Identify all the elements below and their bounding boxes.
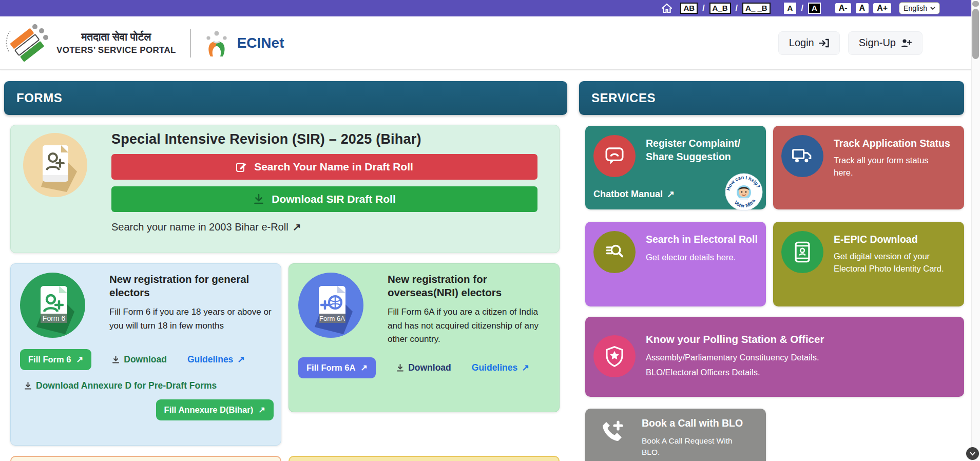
- download-icon: [112, 356, 120, 364]
- separator: /: [801, 4, 803, 13]
- fill-annexure-d-label: Fill Annexure D(Bihar): [164, 405, 254, 415]
- next-card-peek: [10, 456, 281, 461]
- portal-title-hindi: मतदाता सेवा पोर्टल: [56, 31, 176, 43]
- next-card-peek: [289, 456, 560, 461]
- chatbot-manual-link[interactable]: Chatbot Manual ↗: [593, 188, 675, 200]
- login-button[interactable]: Login: [778, 31, 840, 55]
- scrollbar-track[interactable]: [971, 0, 980, 461]
- search-roll-title: Search in Electoral Roll: [646, 233, 758, 246]
- fill-form6-button[interactable]: Fill Form 6 ↗: [20, 349, 91, 370]
- fill-form6a-label: Fill Form 6A: [306, 363, 355, 373]
- font-normal-button[interactable]: A: [856, 3, 869, 13]
- external-link-icon: ↗: [667, 188, 675, 200]
- form6a-title: New registration for overseas(NRI) elect…: [388, 273, 550, 299]
- user-plus-icon: [900, 39, 912, 48]
- form6a-guidelines-link[interactable]: Guidelines ↗: [472, 362, 529, 373]
- font-decrease-button[interactable]: A-: [835, 3, 851, 13]
- phone-plus-icon: [599, 419, 625, 446]
- chevron-down-icon: [930, 7, 935, 10]
- portal-title-english: VOTERS’ SERVICE PORTAL: [56, 45, 176, 55]
- login-icon: [819, 39, 829, 48]
- scroll-down-button[interactable]: [966, 447, 979, 460]
- eepic-description: Get digital version of your Electoral Ph…: [834, 251, 954, 275]
- search-draft-roll-label: Search Your Name in Draft Roll: [254, 161, 413, 173]
- register-complaint-title: Register Complaint/ Share Suggestion: [646, 137, 751, 163]
- form6a-description: Fill Form 6A if you are a citizen of Ind…: [388, 305, 550, 346]
- language-value: English: [904, 4, 927, 12]
- scrollbar-up-nub[interactable]: [972, 1, 979, 7]
- polling-station-card[interactable]: Know your Polling Station & Officer Asse…: [585, 317, 964, 397]
- eci-logo[interactable]: [5, 21, 50, 66]
- sir-card: Special Intensive Revision (SIR) – 2025 …: [10, 125, 560, 253]
- accessibility-bar: AB / A_B / A_ _B A / A A- A A+ English: [0, 0, 980, 16]
- services-section-title: SERVICES: [591, 91, 656, 105]
- voter-mitra-chatbot-button[interactable]: How can I help? Voter Mitra: [725, 173, 763, 211]
- language-select[interactable]: English: [899, 2, 940, 14]
- font-increase-button[interactable]: A+: [873, 3, 891, 13]
- download-icon: [396, 364, 404, 372]
- download-icon: [24, 382, 32, 390]
- fill-form6a-button[interactable]: Fill Form 6A ↗: [298, 357, 376, 378]
- chatbot-manual-label: Chatbot Manual: [593, 189, 663, 200]
- external-link-icon: ↗: [522, 362, 529, 373]
- search-roll-description: Get elector details here.: [646, 252, 759, 264]
- fill-form6-label: Fill Form 6: [28, 355, 71, 364]
- contrast-dark-button[interactable]: A: [808, 3, 821, 14]
- download-sir-draft-roll-label: Download SIR Draft Roll: [272, 193, 396, 205]
- register-complaint-card[interactable]: Register Complaint/ Share Suggestion Cha…: [585, 126, 766, 209]
- eroll-2003-link[interactable]: Search your name in 2003 Bihar e-Roll ↗: [111, 221, 301, 233]
- form6a-guidelines-label: Guidelines: [472, 362, 517, 373]
- eroll-2003-label: Search your name in 2003 Bihar e-Roll: [111, 221, 289, 233]
- contrast-normal-button[interactable]: A: [784, 3, 797, 14]
- services-section-header: SERVICES: [579, 81, 964, 115]
- search-icon: [593, 231, 636, 273]
- sir-title: Special Intensive Revision (SIR) – 2025 …: [111, 131, 537, 147]
- external-link-icon: ↗: [237, 354, 245, 365]
- scrollbar-thumb[interactable]: [972, 9, 979, 59]
- form6-download-link[interactable]: Download: [112, 354, 167, 365]
- form6a-download-link[interactable]: Download: [396, 362, 451, 373]
- book-call-blo-card[interactable]: Book a Call with BLO Book A Call Request…: [585, 409, 766, 461]
- separator: /: [702, 4, 704, 13]
- annexure-d-download-link[interactable]: Download Annexure D for Pre-Draft Forms: [24, 380, 281, 391]
- form6-card: Form 6 New registration for general elec…: [10, 263, 281, 446]
- annexure-d-download-label: Download Annexure D for Pre-Draft Forms: [36, 380, 217, 391]
- separator: /: [736, 4, 738, 13]
- polling-line1: Assembly/Parliamentary Constituency Deta…: [646, 352, 933, 364]
- form6-badge: Form 6: [43, 314, 66, 322]
- letter-spacing-wide[interactable]: A_ _B: [742, 3, 771, 14]
- ecinet-logo[interactable]: [203, 29, 230, 57]
- search-electoral-roll-card[interactable]: Search in Electoral Roll Get elector det…: [585, 222, 766, 306]
- eepic-download-card[interactable]: E-EPIC Download Get digital version of y…: [773, 222, 964, 306]
- track-title: Track Application Status: [834, 137, 950, 150]
- blo-title: Book a Call with BLO: [642, 417, 743, 430]
- polling-title: Know your Polling Station & Officer: [646, 332, 824, 346]
- form6-guidelines-label: Guidelines: [187, 354, 233, 365]
- external-link-icon: ↗: [258, 405, 265, 415]
- shield-star-icon: [593, 335, 636, 377]
- eepic-title: E-EPIC Download: [834, 233, 918, 246]
- form6-guidelines-link[interactable]: Guidelines ↗: [187, 354, 245, 365]
- portal-title: मतदाता सेवा पोर्टल VOTERS’ SERVICE PORTA…: [56, 31, 176, 55]
- form6a-download-label: Download: [408, 362, 451, 373]
- fill-annexure-d-button[interactable]: Fill Annexure D(Bihar) ↗: [156, 399, 274, 420]
- header: मतदाता सेवा पोर्टल VOTERS’ SERVICE PORTA…: [0, 16, 980, 70]
- download-sir-draft-roll-button[interactable]: Download SIR Draft Roll: [111, 186, 537, 212]
- external-link-icon: ↗: [360, 363, 368, 373]
- track-description: Track all your form status here.: [834, 155, 947, 179]
- form6-title: New registration for general electors: [109, 273, 272, 299]
- letter-spacing-medium[interactable]: A_B: [709, 3, 731, 14]
- chat-icon: [593, 135, 636, 177]
- home-icon[interactable]: [661, 3, 672, 13]
- form6a-icon: Form 6A: [298, 273, 363, 338]
- brand-name: ECINet: [237, 35, 284, 51]
- signup-button[interactable]: Sign-Up: [848, 31, 923, 55]
- form6-icon: Form 6: [20, 273, 85, 338]
- chevron-down-icon: [970, 452, 975, 456]
- download-icon: [253, 194, 264, 205]
- letter-spacing-normal[interactable]: AB: [680, 3, 698, 14]
- form6a-badge: Form 6A: [319, 315, 345, 322]
- external-link-icon: ↗: [76, 355, 83, 364]
- track-application-status-card[interactable]: Track Application Status Track all your …: [773, 126, 964, 209]
- search-draft-roll-button[interactable]: Search Your Name in Draft Roll: [111, 154, 537, 180]
